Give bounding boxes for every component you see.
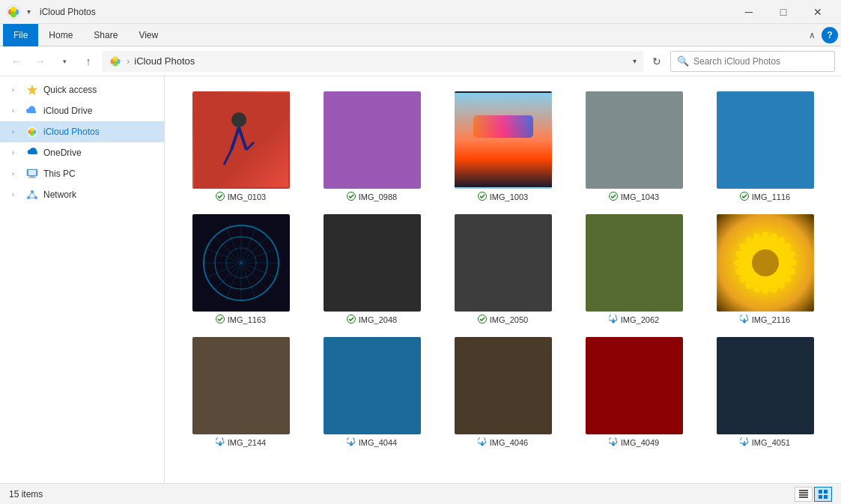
svg-rect-19 (28, 177, 36, 178)
synced-icon (609, 192, 618, 202)
svg-point-8 (113, 56, 118, 61)
photo-name: IMG_2062 (621, 315, 659, 324)
photo-item[interactable]: IMG_4044 (311, 337, 433, 448)
photo-label: IMG_1116 (740, 192, 790, 202)
photo-item[interactable]: IMG_4051 (704, 337, 826, 448)
cloud-icon (740, 315, 749, 325)
synced-icon (216, 315, 225, 325)
photo-name: IMG_0103 (228, 192, 266, 201)
cloud-icon (609, 315, 618, 325)
cloud-icon (347, 437, 356, 448)
search-icon: 🔍 (677, 55, 689, 67)
up-button[interactable]: ↑ (78, 51, 99, 72)
tab-view[interactable]: View (128, 24, 168, 46)
network-icon (25, 188, 39, 201)
chevron-icon: › (12, 191, 21, 198)
photo-label: IMG_4049 (609, 437, 659, 448)
svg-rect-88 (799, 492, 808, 494)
photo-item[interactable]: IMG_2050 (442, 214, 564, 325)
photo-item[interactable]: IMG_4049 (573, 337, 695, 448)
help-button[interactable]: ? (822, 27, 838, 43)
photo-item[interactable]: IMG_2062 (573, 214, 695, 325)
photo-label: IMG_1003 (478, 192, 528, 202)
svg-point-80 (752, 249, 779, 276)
chevron-icon: › (12, 107, 21, 115)
sidebar-item-icloud-photos[interactable]: › iCloud Photos (0, 121, 164, 142)
svg-line-24 (32, 192, 36, 198)
details-view-button[interactable] (795, 487, 813, 502)
quick-access-toolbar-dropdown[interactable]: ▾ (27, 7, 31, 16)
ribbon-collapse-button[interactable]: ∧ (806, 27, 819, 43)
synced-icon (347, 192, 356, 202)
sidebar: › Quick access › iCloud Drive › (0, 76, 165, 483)
svg-rect-18 (30, 176, 34, 177)
forward-dropdown-button[interactable]: ▾ (54, 51, 75, 72)
photo-name: IMG_2050 (490, 315, 528, 324)
chevron-icon: › (12, 149, 21, 157)
photo-item[interactable]: IMG_1043 (573, 91, 695, 202)
photo-item[interactable]: IMG_0103 (180, 91, 302, 202)
svg-rect-92 (824, 490, 828, 494)
photo-item[interactable]: IMG_1163 (180, 214, 302, 325)
photo-label: IMG_0103 (216, 192, 266, 202)
address-separator: › (127, 55, 130, 67)
photo-name: IMG_4049 (621, 438, 659, 447)
photo-label: IMG_1043 (609, 192, 659, 202)
chevron-icon: › (12, 170, 21, 177)
close-button[interactable]: ✕ (801, 0, 835, 24)
large-icons-view-button[interactable] (814, 487, 832, 502)
cloud-icon (740, 437, 749, 448)
photo-label: IMG_4046 (478, 437, 528, 448)
svg-point-9 (113, 61, 118, 66)
sidebar-item-quick-access[interactable]: › Quick access (0, 79, 164, 100)
tab-home[interactable]: Home (38, 24, 83, 46)
photo-item[interactable]: IMG_2048 (311, 214, 433, 325)
photo-item[interactable]: IMG_2144 (180, 337, 302, 448)
minimize-button[interactable]: ─ (732, 0, 766, 24)
photo-label: IMG_2116 (740, 315, 790, 325)
title-bar: ▾ iCloud Photos ─ □ ✕ (0, 0, 841, 24)
photo-label: IMG_1163 (216, 315, 266, 325)
photo-name: IMG_0988 (359, 192, 397, 201)
photo-item[interactable]: IMG_2116 (704, 214, 826, 325)
sidebar-item-this-pc[interactable]: › This PC (0, 163, 164, 184)
tab-share[interactable]: Share (83, 24, 128, 46)
photo-label: IMG_2050 (478, 315, 528, 325)
forward-button[interactable]: → (30, 51, 51, 72)
svg-rect-89 (799, 494, 808, 496)
cloud-icon (478, 437, 487, 448)
refresh-button[interactable]: ↻ (646, 51, 667, 72)
photo-item[interactable]: IMG_1116 (704, 91, 826, 202)
address-path[interactable]: › iCloud Photos ▾ (102, 51, 643, 72)
sidebar-label-icloud-drive: iCloud Drive (43, 106, 92, 116)
sidebar-label-network: Network (43, 189, 76, 200)
back-button[interactable]: ← (6, 51, 27, 72)
sidebar-item-onedrive[interactable]: › OneDrive (0, 142, 164, 163)
photo-item[interactable]: IMG_1003 (442, 91, 564, 202)
search-input[interactable] (693, 56, 821, 67)
content-area: IMG_0103IMG_0988 IMG_1003IMG_1043IMG_111… (165, 76, 841, 483)
svg-line-30 (246, 142, 254, 150)
svg-line-28 (239, 127, 246, 150)
sidebar-item-network[interactable]: › Network (0, 184, 164, 205)
tab-file[interactable]: File (3, 24, 38, 46)
svg-rect-91 (819, 490, 822, 494)
search-box[interactable]: 🔍 (670, 51, 835, 72)
photo-name: IMG_2048 (359, 315, 397, 324)
svg-line-27 (231, 127, 239, 150)
ribbon-right: ∧ ? (806, 27, 838, 43)
chevron-icon: › (12, 128, 21, 136)
svg-rect-90 (799, 497, 808, 498)
photo-grid: IMG_0103IMG_0988 IMG_1003IMG_1043IMG_111… (177, 85, 829, 454)
synced-icon (478, 315, 487, 325)
maximize-button[interactable]: □ (766, 0, 801, 24)
computer-icon (25, 167, 39, 180)
photo-name: IMG_1116 (752, 192, 790, 201)
svg-rect-93 (819, 495, 822, 499)
svg-point-15 (30, 132, 34, 136)
svg-line-23 (28, 192, 32, 198)
address-dropdown-arrow[interactable]: ▾ (633, 57, 637, 65)
sidebar-item-icloud-drive[interactable]: › iCloud Drive (0, 100, 164, 121)
photo-item[interactable]: IMG_0988 (311, 91, 433, 202)
photo-item[interactable]: IMG_4046 (442, 337, 564, 448)
